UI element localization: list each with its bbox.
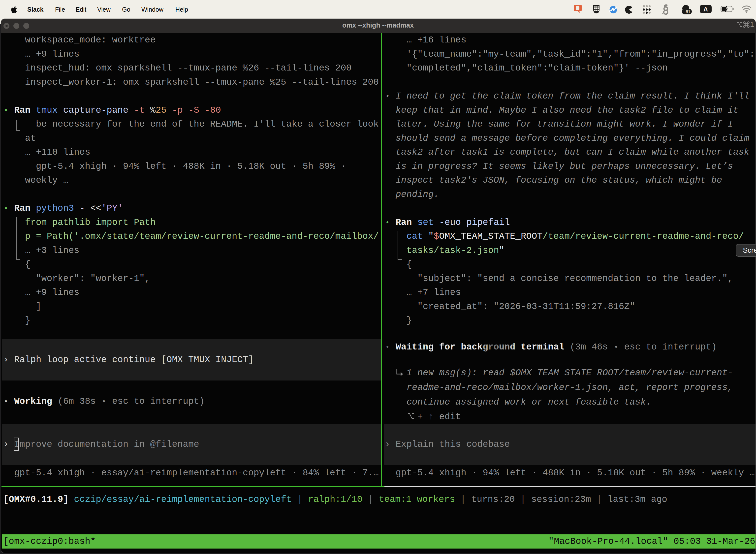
svg-text:A: A	[703, 6, 708, 13]
svg-text:..61: ..61	[683, 9, 690, 14]
